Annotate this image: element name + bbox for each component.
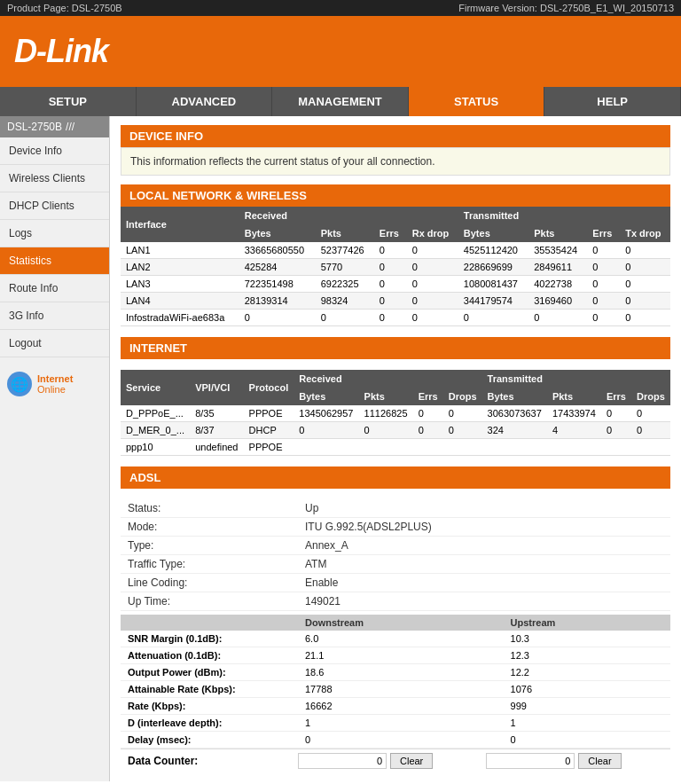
upstream-counter-input[interactable]: [486, 753, 575, 769]
sidebar-item-device-info[interactable]: Device Info: [0, 137, 109, 165]
col-rx-bytes: Bytes: [239, 224, 316, 242]
downstream-counter-input[interactable]: [298, 753, 387, 769]
content: DEVICE INFO This information reflects th…: [110, 116, 681, 781]
internet-icon: 🌐: [7, 372, 32, 396]
tab-help[interactable]: HELP: [544, 87, 681, 116]
sidebar-item-statistics[interactable]: Statistics: [0, 247, 109, 275]
col-tx-errs: Errs: [587, 224, 620, 242]
local-network-header: LOCAL NETWORK & WIRELESS: [121, 184, 670, 207]
table-row: D_PPPoE_...8/35PPPOE13450629571112682500…: [121, 405, 670, 422]
adsl-field-row: Traffic Type:ATM: [121, 555, 670, 574]
firmware-label: Firmware Version: DSL-2750B_E1_WI_201507…: [458, 3, 674, 13]
col-tx-pkts: Pkts: [528, 224, 587, 242]
sidebar-item-route-info[interactable]: Route Info: [0, 275, 109, 302]
top-bar: Product Page: DSL-2750B Firmware Version…: [0, 0, 681, 16]
col-rx-drop: Rx drop: [407, 224, 458, 242]
header: D-Link: [0, 16, 681, 87]
table-row: ppp10undefinedPPPOE: [121, 439, 670, 456]
sidebar-item-dhcp-clients[interactable]: DHCP Clients: [0, 192, 109, 220]
adsl-metric-row: Delay (msec):00: [121, 732, 670, 749]
device-info-desc: This information reflects the current st…: [121, 147, 670, 176]
table-row: LAN4281393149832400344179574316946000: [121, 293, 670, 310]
sidebar-item-logout[interactable]: Logout: [0, 330, 109, 357]
internet-header: INTERNET: [121, 337, 670, 359]
sidebar-item-logs[interactable]: Logs: [0, 220, 109, 247]
adsl-fields-table: Status:UpMode:ITU G.992.5(ADSL2PLUS)Type…: [121, 499, 670, 611]
col-inet-transmitted: Transmitted: [482, 370, 670, 388]
nav-tabs: SETUP ADVANCED MANAGEMENT STATUS HELP: [0, 87, 681, 116]
adsl-metric-row: Attainable Rate (Kbps):177881076: [121, 681, 670, 698]
adsl-field-row: Mode:ITU G.992.5(ADSL2PLUS): [121, 518, 670, 537]
col-rx-pkts: Pkts: [316, 224, 374, 242]
adsl-metric-row: Attenuation (0.1dB):21.112.3: [121, 647, 670, 664]
breadcrumb-sep: ///: [66, 121, 74, 133]
col-received: Received: [239, 207, 458, 224]
table-row: LAN1336656805505237742600452511242035535…: [121, 242, 670, 259]
breadcrumb: DSL-2750B ///: [0, 116, 109, 137]
table-row: InfostradaWiFi-ae683a00000000: [121, 310, 670, 326]
sidebar-item-wireless-clients[interactable]: Wireless Clients: [0, 165, 109, 192]
adsl-metric-row: SNR Margin (0.1dB):6.010.3: [121, 631, 670, 647]
sidebar-footer: 🌐 Internet Online: [0, 365, 109, 404]
col-interface: Interface: [121, 207, 239, 242]
table-row: D_MER_0_...8/37DHCP0000324400: [121, 422, 670, 439]
breadcrumb-device: DSL-2750B: [7, 121, 62, 133]
adsl-metrics-table: Downstream Upstream SNR Margin (0.1dB):6…: [121, 615, 670, 749]
adsl-header: ADSL: [121, 466, 670, 489]
col-metric-label: [121, 615, 298, 631]
tab-setup[interactable]: SETUP: [0, 87, 137, 116]
col-inet-received: Received: [294, 370, 481, 388]
col-inet-tx-bytes: Bytes: [482, 388, 547, 405]
data-counter-label: Data Counter:: [121, 755, 298, 767]
col-upstream: Upstream: [504, 615, 670, 631]
adsl-metric-row: Output Power (dBm):18.612.2: [121, 664, 670, 681]
clear-upstream-button[interactable]: Clear: [578, 753, 621, 769]
internet-label: Internet: [37, 373, 73, 384]
table-row: LAN2425284577000228669699284961100: [121, 259, 670, 276]
adsl-field-row: Up Time:149021: [121, 592, 670, 611]
sidebar-item-3g-info[interactable]: 3G Info: [0, 302, 109, 330]
col-service: Service: [121, 370, 190, 405]
col-inet-rx-bytes: Bytes: [294, 388, 358, 405]
adsl-field-row: Status:Up: [121, 499, 670, 518]
col-inet-rx-pkts: Pkts: [359, 388, 413, 405]
col-protocol: Protocol: [244, 370, 294, 405]
internet-status: Online: [37, 384, 73, 395]
sidebar: DSL-2750B /// Device Info Wireless Clien…: [0, 116, 110, 781]
col-transmitted: Transmitted: [458, 207, 670, 224]
tab-advanced[interactable]: ADVANCED: [137, 87, 273, 116]
data-counter-row: Data Counter: Clear Clear: [121, 749, 670, 772]
col-vpi-vci: VPI/VCI: [190, 370, 243, 405]
adsl-field-row: Type:Annex_A: [121, 537, 670, 555]
col-inet-tx-errs: Errs: [601, 388, 631, 405]
table-row: LAN3722351498692232500108008143740227380…: [121, 276, 670, 293]
logo: D-Link: [14, 33, 108, 70]
col-inet-rx-errs: Errs: [413, 388, 443, 405]
adsl-metric-row: D (interleave depth):11: [121, 715, 670, 732]
product-label: Product Page: DSL-2750B: [7, 3, 122, 13]
main-wrap: DSL-2750B /// Device Info Wireless Clien…: [0, 116, 681, 781]
col-tx-bytes: Bytes: [458, 224, 528, 242]
adsl-metric-row: Rate (Kbps):16662999: [121, 698, 670, 715]
col-inet-rx-drops: Drops: [443, 388, 482, 405]
col-inet-tx-drops: Drops: [631, 388, 670, 405]
tab-status[interactable]: STATUS: [409, 87, 545, 116]
tab-management[interactable]: MANAGEMENT: [272, 87, 409, 116]
adsl-field-row: Line Coding:Enable: [121, 574, 670, 592]
internet-table: Service VPI/VCI Protocol Received Transm…: [121, 370, 670, 456]
col-downstream: Downstream: [298, 615, 504, 631]
local-network-table: Interface Received Transmitted Bytes Pkt…: [121, 207, 670, 326]
col-tx-drop: Tx drop: [620, 224, 670, 242]
col-rx-errs: Errs: [374, 224, 407, 242]
device-info-header: DEVICE INFO: [121, 125, 670, 147]
col-inet-tx-pkts: Pkts: [547, 388, 601, 405]
clear-downstream-button[interactable]: Clear: [390, 753, 433, 769]
